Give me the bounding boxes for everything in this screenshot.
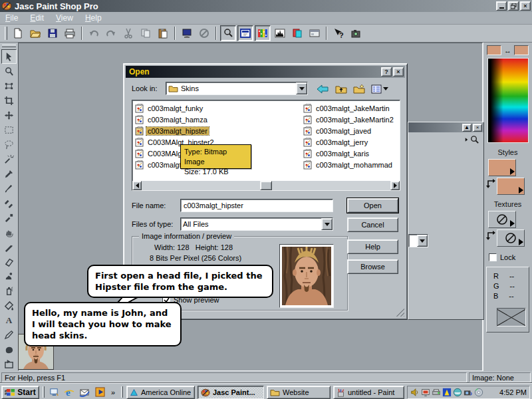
up-one-level-icon[interactable] [333, 82, 349, 96]
back-arrow-icon[interactable] [315, 82, 331, 96]
browse-window-icon[interactable] [307, 25, 323, 41]
preset-shapes-tool[interactable] [1, 342, 17, 356]
task-jasc-paint[interactable]: Jasc Paint... [198, 386, 264, 399]
tool-options-icon[interactable] [237, 25, 253, 41]
disabled-circle-icon[interactable] [196, 25, 212, 41]
dropper-tool[interactable] [1, 166, 17, 181]
printer-icon[interactable] [432, 388, 441, 397]
task-website[interactable]: Website [267, 386, 331, 399]
toolbar-grip[interactable] [5, 27, 7, 40]
volume-icon[interactable] [410, 388, 420, 397]
clone-brush-tool[interactable] [1, 196, 17, 210]
file-item[interactable]: c003malgt_hipster [134, 125, 299, 136]
cancel-button[interactable]: Cancel [347, 217, 398, 232]
text-tool[interactable]: A [1, 313, 17, 327]
menu-item[interactable]: Edit [30, 13, 44, 23]
cd-icon[interactable] [474, 388, 483, 397]
dropdown-button[interactable] [321, 218, 332, 230]
view-menu-icon[interactable] [369, 82, 390, 96]
menu-item[interactable]: Help [85, 13, 102, 23]
object-selector-tool[interactable] [1, 356, 17, 371]
file-item[interactable]: c003malgt_javed [303, 125, 400, 136]
background-texture-swatch[interactable] [497, 229, 525, 247]
file-item[interactable]: c003malgt_JakeMartin [303, 102, 400, 114]
close-icon[interactable]: × [473, 124, 482, 132]
close-button[interactable]: × [520, 1, 531, 11]
histogram-icon[interactable] [272, 25, 288, 41]
open-file-icon[interactable] [27, 25, 43, 41]
magic-wand-tool[interactable] [1, 152, 17, 166]
files-of-type-combobox[interactable]: All Files [180, 217, 333, 231]
horizontal-scrollbar[interactable] [132, 181, 400, 190]
scrollbar-thumb[interactable] [260, 181, 272, 190]
task-america-online[interactable]: America Online [126, 386, 195, 399]
partial-combobox[interactable] [408, 234, 428, 247]
resize-grip[interactable] [396, 309, 404, 317]
picture-tube-tool[interactable] [1, 269, 17, 283]
copy-icon[interactable] [138, 25, 154, 41]
zoom-tool[interactable] [1, 64, 17, 78]
color-replacer-tool[interactable] [1, 210, 17, 225]
mover-tool[interactable] [1, 108, 17, 122]
lock-checkbox[interactable] [489, 253, 497, 261]
restore-button[interactable] [508, 1, 519, 11]
file-list[interactable]: c003malgt_funky c003malgt_hamza c003malg… [132, 100, 400, 191]
new-folder-icon[interactable] [351, 82, 367, 96]
zoom-toggle-icon[interactable] [220, 25, 236, 41]
deformation-tool[interactable] [1, 78, 17, 93]
undo-icon[interactable] [86, 25, 102, 41]
redo-icon[interactable] [103, 25, 119, 41]
save-icon[interactable] [45, 25, 61, 41]
capture-icon[interactable] [348, 25, 364, 41]
foreground-texture-swatch[interactable] [488, 211, 516, 228]
color-palette-icon[interactable] [255, 25, 271, 41]
context-help-icon[interactable]: ? [331, 25, 346, 41]
display-icon[interactable] [421, 388, 430, 397]
sphere-icon[interactable] [453, 388, 462, 397]
background-style-swatch[interactable] [497, 178, 525, 195]
background-color-swatch[interactable] [514, 45, 529, 55]
scroll-left-icon[interactable] [132, 181, 142, 190]
messenger-icon[interactable] [442, 388, 452, 397]
file-item[interactable]: c003malgt_jerry [303, 136, 400, 148]
start-button[interactable]: Start [1, 386, 39, 399]
selection-tool[interactable] [1, 122, 17, 137]
menu-item[interactable]: File [5, 13, 18, 23]
open-button[interactable]: Open [347, 198, 398, 213]
swap-textures-icon[interactable] [486, 229, 497, 240]
scroll-right-icon[interactable] [390, 181, 400, 190]
dropdown-button[interactable] [296, 82, 307, 94]
crop-tool[interactable] [1, 93, 17, 108]
task-untitled-paint[interactable]: untitled - Paint [333, 386, 404, 399]
internet-explorer-icon[interactable]: e [63, 386, 76, 398]
foreground-color-swatch[interactable] [487, 45, 501, 55]
palette-grip[interactable] [2, 45, 16, 47]
look-in-combobox[interactable]: Skins [166, 82, 308, 95]
cut-icon[interactable] [120, 25, 136, 41]
retouch-tool[interactable] [1, 225, 17, 239]
draw-tool[interactable] [1, 327, 17, 342]
print-icon[interactable] [62, 25, 78, 41]
outlook-express-icon[interactable] [78, 386, 91, 398]
quick-launch-overflow[interactable]: » [108, 386, 118, 398]
file-name-input[interactable] [180, 199, 333, 212]
camera-icon[interactable] [464, 388, 473, 397]
file-item[interactable]: c003malgt_mohammad [303, 159, 400, 170]
file-item[interactable]: c003malgt_funky [134, 102, 299, 114]
airbrush-tool[interactable] [1, 283, 17, 298]
swap-styles-icon[interactable] [486, 178, 497, 188]
dialog-help-icon[interactable]: ? [381, 67, 392, 76]
file-item[interactable]: c003malgt_JakeMartin2 [303, 114, 400, 125]
fullscreen-preview-icon[interactable] [179, 25, 195, 41]
media-player-icon[interactable] [93, 386, 106, 398]
flood-fill-tool[interactable] [1, 298, 17, 313]
layer-palette-icon[interactable] [289, 25, 305, 41]
dialog-close-icon[interactable]: × [393, 67, 404, 76]
browse-button[interactable]: Browse [347, 259, 398, 274]
minimize-button[interactable] [496, 1, 507, 11]
paintbrush-tool[interactable] [1, 181, 17, 196]
swap-colors-icon[interactable]: ↔ [504, 47, 511, 55]
color-spectrum[interactable] [487, 58, 529, 143]
rollup-icon[interactable]: ▲ [462, 124, 471, 132]
new-file-icon[interactable] [10, 25, 26, 41]
